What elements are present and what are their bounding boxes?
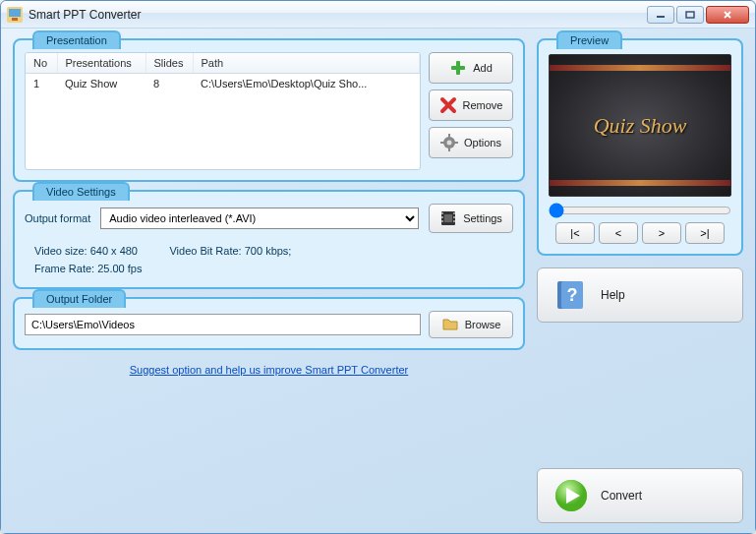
svg-rect-11 [440, 142, 444, 144]
titlebar[interactable]: Smart PPT Converter [1, 1, 755, 29]
svg-rect-15 [441, 212, 443, 214]
output-folder-group: Output Folder Browse [13, 297, 525, 350]
svg-point-8 [447, 141, 452, 146]
table-row[interactable]: 1 Quiz Show 8 C:\Users\Emo\Desktop\Quiz … [26, 74, 420, 94]
add-button[interactable]: Add [429, 52, 513, 84]
presentation-group: Presentation No Presentations Slides Pat… [13, 38, 525, 182]
nav-prev-button[interactable]: < [599, 222, 638, 244]
minimize-button[interactable] [647, 6, 674, 24]
options-button[interactable]: Options [429, 127, 513, 158]
preview-title: Preview [556, 30, 622, 49]
svg-rect-6 [451, 66, 465, 70]
help-button[interactable]: ? Help [537, 267, 743, 323]
play-icon [553, 478, 589, 513]
svg-rect-1 [9, 9, 21, 17]
remove-button[interactable]: Remove [429, 89, 513, 121]
folder-icon [441, 316, 459, 333]
window-title: Smart PPT Converter [29, 8, 647, 22]
col-name[interactable]: Presentations [57, 53, 145, 74]
browse-button[interactable]: Browse [429, 311, 513, 338]
window-controls [647, 6, 749, 24]
client-area: Presentation No Presentations Slides Pat… [1, 29, 755, 533]
col-slides[interactable]: Slides [145, 53, 193, 74]
plus-icon [449, 59, 467, 77]
video-settings-button[interactable]: Settings [429, 204, 513, 233]
svg-rect-10 [448, 148, 450, 151]
svg-rect-17 [441, 220, 443, 222]
suggest-link-wrap: Suggest option and help us improve Smart… [13, 364, 525, 376]
svg-rect-20 [453, 220, 455, 222]
app-icon [7, 7, 23, 23]
svg-rect-4 [686, 12, 694, 18]
svg-rect-9 [448, 134, 450, 138]
x-icon [439, 96, 457, 114]
preview-group: Preview Quiz Show |< < > >| [537, 38, 743, 256]
output-path-input[interactable] [25, 314, 421, 335]
svg-rect-14 [444, 214, 452, 222]
output-format-label: Output format [25, 212, 90, 224]
col-path[interactable]: Path [193, 53, 420, 74]
preview-slide: Quiz Show [549, 54, 731, 197]
output-format-select[interactable]: Audio video interleaved (*.AVI) [100, 208, 419, 229]
output-folder-title: Output Folder [32, 289, 126, 308]
svg-text:?: ? [567, 285, 578, 305]
svg-rect-3 [657, 16, 665, 18]
svg-rect-2 [12, 18, 18, 21]
preview-slider[interactable] [549, 203, 731, 218]
suggest-link[interactable]: Suggest option and help us improve Smart… [130, 364, 409, 376]
col-no[interactable]: No [26, 53, 57, 74]
preview-slide-title: Quiz Show [594, 113, 687, 139]
app-window: Smart PPT Converter Presentation No Pr [0, 0, 756, 534]
svg-rect-16 [441, 216, 443, 218]
maximize-button[interactable] [676, 6, 704, 24]
preview-accent-bottom [550, 180, 730, 186]
nav-next-button[interactable]: > [642, 222, 681, 244]
film-icon [439, 209, 457, 227]
video-settings-title: Video Settings [32, 182, 130, 201]
convert-button[interactable]: Convert [537, 468, 743, 523]
help-icon: ? [553, 277, 589, 313]
gear-icon [440, 134, 458, 151]
preview-accent-top [550, 65, 730, 71]
presentation-table[interactable]: No Presentations Slides Path 1 Quiz Show… [25, 52, 421, 170]
video-settings-group: Video Settings Output format Audio video… [13, 190, 525, 289]
presentation-group-title: Presentation [32, 30, 121, 49]
svg-rect-18 [453, 212, 455, 214]
close-button[interactable] [706, 6, 749, 24]
svg-rect-19 [453, 216, 455, 218]
nav-first-button[interactable]: |< [555, 222, 595, 244]
nav-last-button[interactable]: >| [685, 222, 725, 244]
svg-rect-12 [454, 142, 458, 144]
